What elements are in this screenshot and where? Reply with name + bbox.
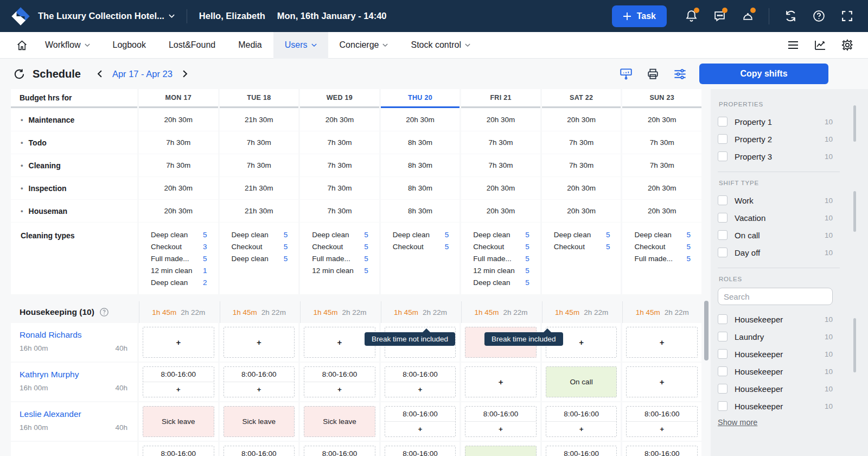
- checkbox[interactable]: [718, 332, 727, 341]
- nav-item-stock-control[interactable]: Stock control: [399, 32, 481, 59]
- employee-name-link[interactable]: Leslie Alexander: [20, 409, 129, 419]
- checkbox[interactable]: [718, 117, 727, 126]
- analytics-button[interactable]: [814, 39, 827, 52]
- shift-chip[interactable]: 8:00-16:00: [385, 446, 456, 456]
- add-shift-button[interactable]: +: [304, 382, 375, 397]
- day-header-sat[interactable]: SAT 22: [542, 89, 621, 108]
- fullscreen-button[interactable]: [835, 5, 858, 28]
- filter-role[interactable]: Housekeeper 10: [718, 345, 833, 363]
- filter-role[interactable]: Housekeeper 10: [718, 397, 833, 415]
- question-circle-icon[interactable]: [99, 307, 109, 317]
- sync-button[interactable]: [779, 5, 802, 28]
- vertical-scrollbar[interactable]: [704, 301, 709, 360]
- add-shift-button[interactable]: +: [224, 327, 295, 358]
- roles-search[interactable]: [718, 288, 833, 305]
- copy-shifts-button[interactable]: Copy shifts: [699, 64, 828, 84]
- add-shift-button[interactable]: +: [465, 366, 537, 397]
- shift-chip[interactable]: 8:00-16:00: [224, 446, 295, 456]
- filter-role[interactable]: Housekeeper 10: [718, 380, 833, 397]
- add-shift-button[interactable]: +: [627, 422, 697, 436]
- filter-shift-dayoff[interactable]: Day off 10: [718, 244, 833, 261]
- nav-item-media[interactable]: Media: [227, 32, 273, 59]
- day-header-tue[interactable]: TUE 18: [220, 89, 299, 108]
- notifications-button[interactable]: [680, 5, 703, 28]
- checkbox[interactable]: [718, 384, 727, 394]
- filter-role[interactable]: Laundry 10: [718, 328, 833, 345]
- filter-shift-oncall[interactable]: On call 10: [718, 226, 833, 244]
- nav-item-users[interactable]: Users: [273, 32, 328, 59]
- nav-item-lostfound[interactable]: Lost&Found: [157, 32, 227, 59]
- checkbox[interactable]: [718, 213, 727, 223]
- day-header-mon[interactable]: MON 17: [139, 89, 218, 108]
- shift-chip[interactable]: 8:00-16:00: [385, 367, 456, 382]
- filter-shift-work[interactable]: Work 10: [718, 192, 833, 209]
- shift-type-scrollbar[interactable]: [853, 191, 856, 232]
- add-shift-button[interactable]: +: [465, 422, 536, 436]
- employee-name-link[interactable]: Ronald Richards: [20, 330, 129, 340]
- filter-button[interactable]: [673, 67, 687, 81]
- shift-chip[interactable]: 8:00-16:00: [385, 407, 456, 422]
- checkbox[interactable]: [718, 366, 727, 376]
- checkbox[interactable]: [718, 230, 727, 240]
- add-shift-button[interactable]: +: [626, 327, 698, 358]
- add-shift-button[interactable]: +: [143, 382, 214, 397]
- shift-chip[interactable]: 8:00-16:00: [465, 407, 536, 422]
- add-shift-button[interactable]: +: [546, 422, 617, 436]
- settings-button[interactable]: [841, 39, 854, 52]
- shift-chip[interactable]: 8:00-16:00: [304, 367, 375, 382]
- help-button[interactable]: [807, 5, 830, 28]
- shift-chip[interactable]: 8:00-16:00: [627, 446, 697, 456]
- shift-chip[interactable]: 8:00-16:00: [304, 446, 375, 456]
- nav-item-concierge[interactable]: Concierge: [328, 32, 400, 59]
- filter-role[interactable]: Housekeeper 10: [718, 311, 833, 328]
- properties-scrollbar[interactable]: [853, 105, 856, 142]
- sick-leave-chip[interactable]: Sick leave: [143, 406, 214, 437]
- presentation-mode-button[interactable]: [619, 67, 633, 81]
- checkbox[interactable]: [718, 314, 727, 324]
- messages-button[interactable]: [708, 5, 731, 28]
- checkbox[interactable]: [718, 134, 727, 144]
- shift-chip[interactable]: 8:00-16:00: [224, 367, 295, 382]
- checkbox[interactable]: [718, 401, 727, 411]
- refresh-button[interactable]: [11, 66, 27, 82]
- on-call-chip[interactable]: On call: [546, 366, 617, 397]
- search-input[interactable]: [724, 292, 832, 301]
- filter-shift-vacation[interactable]: Vacation 10: [718, 209, 833, 226]
- filter-property-3[interactable]: Property 3 10: [718, 148, 833, 165]
- nav-item-logbook[interactable]: Logbook: [101, 32, 157, 59]
- add-task-button[interactable]: Task: [612, 5, 667, 27]
- checkbox[interactable]: [718, 195, 727, 205]
- date-range[interactable]: Apr 17 - Apr 23: [112, 69, 173, 79]
- print-button[interactable]: [646, 67, 660, 81]
- sick-leave-chip[interactable]: Sick leave: [304, 406, 375, 437]
- checkbox[interactable]: [718, 349, 727, 359]
- checkbox[interactable]: [718, 248, 727, 257]
- on-call-chip[interactable]: On call: [465, 446, 537, 456]
- prev-week-button[interactable]: [96, 70, 104, 78]
- add-shift-button[interactable]: +: [626, 366, 698, 397]
- day-header-sun[interactable]: SUN 23: [622, 89, 701, 108]
- service-requests-button[interactable]: [736, 5, 759, 28]
- add-shift-button[interactable]: +: [143, 327, 214, 358]
- day-header-fri[interactable]: FRI 21: [461, 89, 540, 108]
- checkbox[interactable]: [718, 151, 727, 161]
- day-header-thu-active[interactable]: THU 20: [381, 89, 460, 108]
- shift-chip[interactable]: 8:00-16:00: [546, 446, 617, 456]
- filter-property-2[interactable]: Property 2 10: [718, 130, 833, 148]
- next-week-button[interactable]: [181, 70, 189, 78]
- add-shift-button[interactable]: +: [385, 422, 456, 436]
- nav-item-workflow[interactable]: Workflow: [34, 32, 101, 59]
- day-header-wed[interactable]: WED 19: [300, 89, 379, 108]
- nav-home-button[interactable]: [10, 32, 34, 59]
- filter-role[interactable]: Housekeeper 10: [718, 363, 833, 380]
- sick-leave-chip[interactable]: Sick leave: [224, 406, 295, 437]
- add-shift-button[interactable]: +: [224, 382, 295, 397]
- shift-chip[interactable]: 8:00-16:00: [143, 446, 214, 456]
- employee-name-link[interactable]: Kathryn Murphy: [20, 370, 129, 379]
- show-more-link[interactable]: Show more: [718, 418, 757, 427]
- filter-property-1[interactable]: Property 1 10: [718, 113, 833, 130]
- add-shift-button[interactable]: +: [385, 382, 456, 397]
- shift-chip[interactable]: 8:00-16:00: [546, 407, 617, 422]
- shift-chip[interactable]: 8:00-16:00: [627, 407, 697, 422]
- hotel-selector[interactable]: The Luxury Collection Hotel...: [38, 11, 175, 21]
